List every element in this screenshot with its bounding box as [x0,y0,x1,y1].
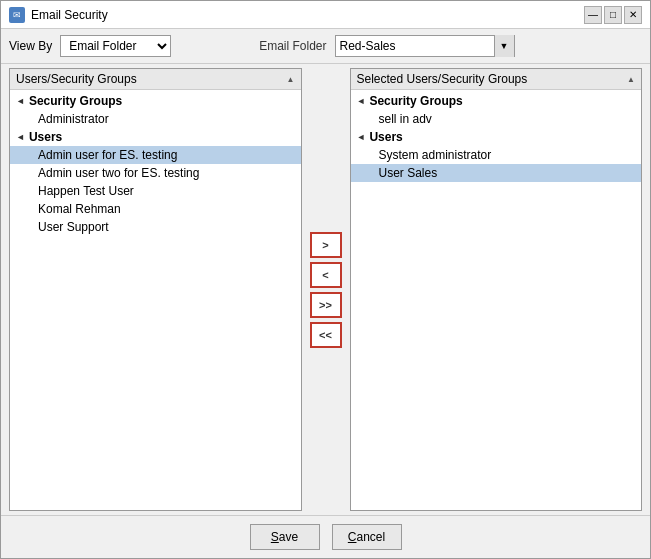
list-item[interactable]: sell in adv [351,110,642,128]
list-item[interactable]: Administrator [10,110,301,128]
folder-select-wrapper[interactable]: Red-Sales ▼ [335,35,515,57]
right-panel-body: ◄ Security Groups sell in adv ◄ Users Sy… [351,90,642,510]
close-button[interactable]: ✕ [624,6,642,24]
bottom-bar: Save Cancel [1,515,650,558]
right-security-groups-text: Security Groups [369,94,462,108]
chevron-down-icon: ▼ [500,41,509,51]
folder-bar-label: Email Folder [259,39,326,53]
main-content: Users/Security Groups ▲ ◄ Security Group… [1,64,650,515]
right-panel-header: Selected Users/Security Groups ▲ [351,69,642,90]
minimize-button[interactable]: — [584,6,602,24]
folder-value: Red-Sales [336,35,494,57]
transfer-buttons: > < >> << [306,68,346,511]
right-security-groups-triangle: ◄ [357,96,366,106]
right-users-text: Users [369,130,402,144]
list-item[interactable]: Happen Test User [10,182,301,200]
right-panel: Selected Users/Security Groups ▲ ◄ Secur… [350,68,643,511]
right-panel-scroll-icon[interactable]: ▲ [627,75,635,84]
maximize-button[interactable]: □ [604,6,622,24]
right-users-label: ◄ Users [351,128,642,146]
list-item[interactable]: Admin user two for ES. testing [10,164,301,182]
list-item[interactable]: User Support [10,218,301,236]
left-panel-header: Users/Security Groups ▲ [10,69,301,90]
right-panel-title: Selected Users/Security Groups [357,72,528,86]
move-left-button[interactable]: < [310,262,342,288]
left-panel-title: Users/Security Groups [16,72,137,86]
left-security-groups-text: Security Groups [29,94,122,108]
list-item[interactable]: System administrator [351,146,642,164]
app-icon: ✉ [9,7,25,23]
view-by-label: View By [9,39,52,53]
move-all-left-button[interactable]: << [310,322,342,348]
email-security-window: ✉ Email Security — □ ✕ View By Email Fol… [0,0,651,559]
left-panel-scroll-icon[interactable]: ▲ [287,75,295,84]
right-users-triangle: ◄ [357,132,366,142]
cancel-button[interactable]: Cancel [332,524,402,550]
left-security-groups-triangle: ◄ [16,96,25,106]
move-right-button[interactable]: > [310,232,342,258]
window-title: Email Security [31,8,108,22]
folder-dropdown-arrow[interactable]: ▼ [494,35,514,57]
cancel-underline: Cancel [348,530,385,544]
move-all-right-button[interactable]: >> [310,292,342,318]
save-underline: Save [271,530,298,544]
toolbar: View By Email Folder User Security Group… [1,29,650,64]
view-by-select[interactable]: Email Folder User Security Group [60,35,171,57]
left-security-groups-label: ◄ Security Groups [10,92,301,110]
title-bar-left: ✉ Email Security [9,7,108,23]
left-users-triangle: ◄ [16,132,25,142]
left-users-text: Users [29,130,62,144]
title-bar: ✉ Email Security — □ ✕ [1,1,650,29]
title-bar-controls: — □ ✕ [584,6,642,24]
left-panel: Users/Security Groups ▲ ◄ Security Group… [9,68,302,511]
left-users-label: ◄ Users [10,128,301,146]
right-security-groups-label: ◄ Security Groups [351,92,642,110]
list-item[interactable]: Komal Rehman [10,200,301,218]
save-button[interactable]: Save [250,524,320,550]
list-item[interactable]: User Sales [351,164,642,182]
list-item[interactable]: Admin user for ES. testing [10,146,301,164]
left-panel-body: ◄ Security Groups Administrator ◄ Users … [10,90,301,510]
